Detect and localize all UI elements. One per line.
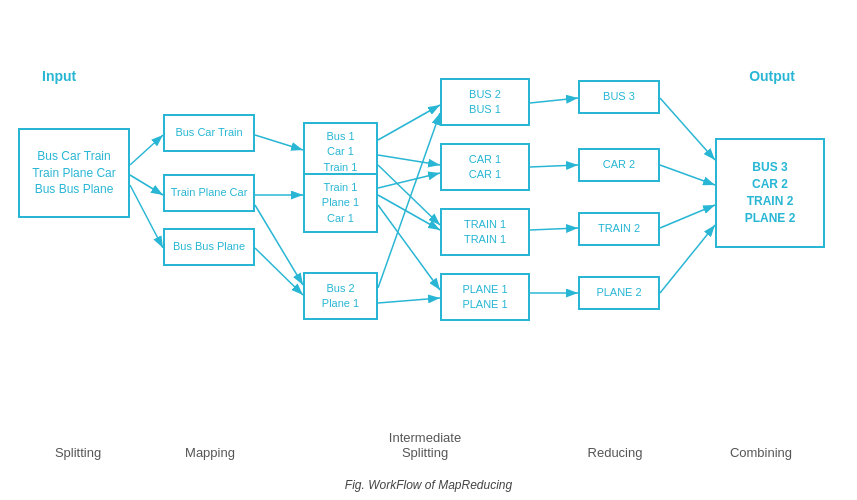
- inter-box-2: CAR 1 CAR 1: [440, 143, 530, 191]
- svg-line-9: [378, 155, 440, 165]
- reduce-box-3: TRAIN 2: [578, 212, 660, 246]
- stage-splitting: Splitting: [28, 445, 128, 460]
- stage-combining: Combining: [706, 445, 816, 460]
- diagram: Input Bus Car Train Train Plane Car Bus …: [0, 10, 857, 470]
- reduce-box-4: PLANE 2: [578, 276, 660, 310]
- svg-line-21: [660, 165, 715, 185]
- map-box-3: Bus Bus Plane: [163, 228, 255, 266]
- svg-line-13: [378, 205, 440, 290]
- map-box-2: Train Plane Car: [163, 174, 255, 212]
- output-box: BUS 3 CAR 2 TRAIN 2 PLANE 2: [715, 138, 825, 248]
- svg-line-11: [378, 173, 440, 188]
- inter-box-4: PLANE 1 PLANE 1: [440, 273, 530, 321]
- svg-line-14: [378, 113, 440, 288]
- stage-intermediate: Intermediate Splitting: [370, 430, 480, 460]
- svg-line-18: [530, 228, 578, 230]
- reduce-box-2: CAR 2: [578, 148, 660, 182]
- svg-line-7: [255, 205, 303, 285]
- split-box-2: Train 1 Plane 1 Car 1: [303, 173, 378, 233]
- map-box-1: Bus Car Train: [163, 114, 255, 152]
- stage-reducing: Reducing: [565, 445, 665, 460]
- fig-caption: Fig. WorkFlow of MapReducing: [0, 478, 857, 492]
- stage-mapping: Mapping: [160, 445, 260, 460]
- split-box-3: Bus 2 Plane 1: [303, 272, 378, 320]
- svg-line-4: [255, 135, 303, 150]
- svg-line-20: [660, 98, 715, 160]
- svg-line-6: [255, 248, 303, 295]
- input-label: Input: [42, 68, 76, 84]
- svg-line-2: [130, 175, 163, 195]
- svg-line-3: [130, 185, 163, 248]
- svg-line-16: [530, 98, 578, 103]
- output-label: Output: [749, 68, 795, 84]
- inter-box-3: TRAIN 1 TRAIN 1: [440, 208, 530, 256]
- svg-line-10: [378, 165, 440, 225]
- input-box: Bus Car Train Train Plane Car Bus Bus Pl…: [18, 128, 130, 218]
- svg-line-22: [660, 205, 715, 228]
- svg-line-1: [130, 135, 163, 165]
- reduce-box-1: BUS 3: [578, 80, 660, 114]
- svg-line-8: [378, 105, 440, 140]
- svg-line-17: [530, 165, 578, 167]
- inter-box-1: BUS 2 BUS 1: [440, 78, 530, 126]
- svg-line-15: [378, 298, 440, 303]
- svg-line-23: [660, 225, 715, 293]
- svg-line-12: [378, 195, 440, 230]
